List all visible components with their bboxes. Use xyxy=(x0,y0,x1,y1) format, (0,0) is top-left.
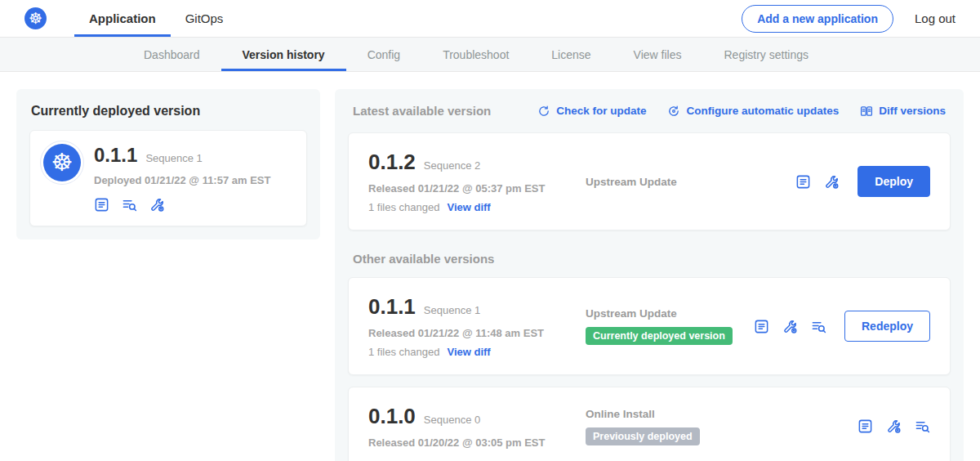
app-icon: ☸ xyxy=(43,144,81,181)
released-timestamp: Released 01/21/22 @ 11:48 am EST xyxy=(368,327,574,339)
refresh-icon xyxy=(537,105,550,118)
latest-available-title: Latest available version xyxy=(353,104,491,118)
source-label: Online Install xyxy=(586,408,858,420)
preflight-checks-icon[interactable] xyxy=(811,319,826,334)
config-wrench-icon[interactable] xyxy=(782,319,798,334)
logout-link[interactable]: Log out xyxy=(915,11,956,25)
source-label: Upstream Update xyxy=(586,307,754,320)
deploy-button[interactable]: Deploy xyxy=(858,166,930,197)
configure-automatic-updates-label: Configure automatic updates xyxy=(686,105,839,117)
version-source: Online Install Previously deployed xyxy=(574,408,858,445)
auto-update-icon xyxy=(667,105,680,118)
version-card-0-1-0: 0.1.0 Sequence 0 Released 01/20/22 @ 03:… xyxy=(348,387,951,461)
release-notes-icon[interactable] xyxy=(795,174,811,190)
deployed-sequence: Sequence 1 xyxy=(145,152,202,164)
deployed-version-card: ☸ 0.1.1 Sequence 1 Deployed 01/21/22 @ 1… xyxy=(29,130,307,226)
released-timestamp: Released 01/20/22 @ 03:05 pm EST xyxy=(368,436,574,449)
check-for-update-link[interactable]: Check for update xyxy=(537,105,646,118)
check-for-update-label: Check for update xyxy=(556,105,646,117)
released-timestamp: Released 01/21/22 @ 05:37 pm EST xyxy=(368,182,574,195)
subnav-license[interactable]: License xyxy=(530,38,612,71)
files-changed: 1 files changed xyxy=(368,346,439,358)
version-card-0-1-1: 0.1.1 Sequence 1 Released 01/21/22 @ 11:… xyxy=(348,277,951,375)
version-actions xyxy=(858,418,930,434)
topbar-right: Add a new application Log out xyxy=(742,0,956,37)
files-changed: 1 files changed xyxy=(368,201,439,213)
version-sequence: Sequence 1 xyxy=(424,304,480,316)
subnav-dashboard[interactable]: Dashboard xyxy=(122,38,221,71)
subnav-troubleshoot[interactable]: Troubleshoot xyxy=(421,38,530,71)
topbar: ☸ Application GitOps Add a new applicati… xyxy=(0,0,980,38)
diff-icon xyxy=(860,105,873,118)
subnav-registry-settings[interactable]: Registry settings xyxy=(702,38,829,71)
release-notes-icon[interactable] xyxy=(858,418,873,434)
other-versions-title: Other available versions xyxy=(353,252,946,266)
deployed-version-number: 0.1.1 xyxy=(94,144,137,167)
app-subnav: Dashboard Version history Config Trouble… xyxy=(0,38,980,72)
top-nav: Application GitOps xyxy=(74,0,238,37)
source-label: Upstream Update xyxy=(586,176,795,188)
preflight-checks-icon[interactable] xyxy=(122,197,137,213)
previously-deployed-badge: Previously deployed xyxy=(586,427,700,445)
version-source: Upstream Update Currently deployed versi… xyxy=(574,307,754,345)
preflight-checks-icon[interactable] xyxy=(915,418,930,434)
redeploy-button[interactable]: Redeploy xyxy=(844,311,930,342)
release-notes-icon[interactable] xyxy=(754,319,769,334)
deployed-version-info: 0.1.1 Sequence 1 Deployed 01/21/22 @ 11:… xyxy=(94,144,270,213)
diff-versions-label: Diff versions xyxy=(879,105,946,117)
version-card-0-1-2: 0.1.2 Sequence 2 Released 01/21/22 @ 05:… xyxy=(348,132,951,230)
tab-application[interactable]: Application xyxy=(74,0,171,37)
subnav-version-history[interactable]: Version history xyxy=(221,38,346,71)
add-application-button[interactable]: Add a new application xyxy=(742,5,893,33)
available-panel-header: Latest available version Check for updat… xyxy=(348,102,951,121)
config-wrench-icon[interactable] xyxy=(149,197,165,213)
config-wrench-icon[interactable] xyxy=(886,418,902,434)
version-source: Upstream Update xyxy=(574,176,795,188)
version-actions: Deploy xyxy=(795,166,930,197)
version-number: 0.1.0 xyxy=(368,404,416,429)
version-info: 0.1.1 Sequence 1 Released 01/21/22 @ 11:… xyxy=(368,294,574,358)
header-actions: Check for update Configure automatic upd… xyxy=(537,105,946,118)
version-number: 0.1.2 xyxy=(368,150,416,175)
version-actions: Redeploy xyxy=(754,311,930,342)
version-sequence: Sequence 0 xyxy=(424,414,480,426)
deployed-panel-title: Currently deployed version xyxy=(31,104,305,119)
view-diff-link[interactable]: View diff xyxy=(447,201,490,213)
kots-admin-console: ☸ Application GitOps Add a new applicati… xyxy=(0,0,980,461)
diff-versions-link[interactable]: Diff versions xyxy=(860,105,946,118)
kubernetes-logo-icon: ☸ xyxy=(24,7,47,29)
version-info: 0.1.0 Sequence 0 Released 01/20/22 @ 03:… xyxy=(368,404,574,449)
subnav-view-files[interactable]: View files xyxy=(612,38,703,71)
deployed-timestamp: Deployed 01/21/22 @ 11:57 am EST xyxy=(94,174,270,186)
subnav-config[interactable]: Config xyxy=(346,38,421,71)
currently-deployed-badge: Currently deployed version xyxy=(586,327,733,345)
main-content: Currently deployed version ☸ 0.1.1 Seque… xyxy=(0,72,980,461)
view-diff-link[interactable]: View diff xyxy=(447,346,490,358)
available-versions-panel: Latest available version Check for updat… xyxy=(335,89,964,461)
version-number: 0.1.1 xyxy=(368,294,416,320)
version-sequence: Sequence 2 xyxy=(424,159,480,172)
tab-gitops[interactable]: GitOps xyxy=(171,0,238,37)
deployed-action-icons xyxy=(94,197,270,213)
currently-deployed-panel: Currently deployed version ☸ 0.1.1 Seque… xyxy=(16,89,320,239)
release-notes-icon[interactable] xyxy=(94,197,109,213)
config-wrench-icon[interactable] xyxy=(824,174,840,190)
configure-automatic-updates-link[interactable]: Configure automatic updates xyxy=(667,105,839,118)
version-info: 0.1.2 Sequence 2 Released 01/21/22 @ 05:… xyxy=(368,150,574,213)
